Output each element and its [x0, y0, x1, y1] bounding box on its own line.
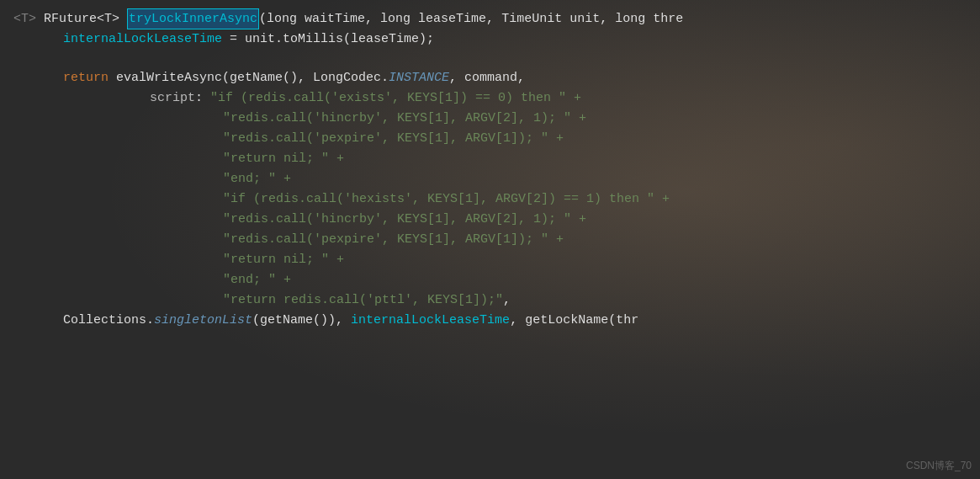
code-editor: <T> RFuture<T> tryLockInnerAsync (long w…	[0, 0, 980, 479]
code-line-7: "redis.call('pexpire', KEYS[1], ARGV[1])…	[0, 129, 980, 149]
string-line-3: "redis.call('pexpire', KEYS[1], ARGV[1])…	[223, 129, 564, 148]
field-INSTANCE: INSTANCE	[389, 68, 449, 88]
collections: Collections.	[63, 311, 154, 330]
string-line-11: "return redis.call('pttl', KEYS[1]);"	[223, 290, 503, 310]
get-lock-name: , getLockName(thr	[510, 311, 638, 330]
colon: :	[195, 88, 210, 108]
code-line-14: "end; " +	[0, 270, 980, 290]
code-line-11: "redis.call('hincrby', KEYS[1], ARGV[2],…	[0, 210, 980, 230]
code-line-12: "redis.call('pexpire', KEYS[1], ARGV[1])…	[0, 230, 980, 250]
code-line-4: return evalWriteAsync(getName(), LongCod…	[0, 68, 980, 88]
comma-command: , command,	[449, 68, 525, 88]
keyword-return: return	[63, 68, 116, 88]
empty-line-1	[0, 50, 980, 68]
getname-call: (getName()),	[252, 311, 351, 330]
method-name-highlighted: tryLockInnerAsync	[127, 8, 259, 29]
string-line-6: "if (redis.call('hexists', KEYS[1], ARGV…	[223, 189, 670, 209]
string-line-10: "end; " +	[223, 270, 291, 290]
string-line-9: "return nil; " +	[223, 250, 344, 269]
assignment: = unit.toMillis(leaseTime);	[222, 29, 434, 49]
code-line-10: "if (redis.call('hexists', KEYS[1], ARGV…	[0, 189, 980, 210]
generic-type-bracket: <T>	[13, 9, 36, 29]
var-lease-ref: internalLockLeaseTime	[351, 311, 510, 330]
code-line-2: internalLockLeaseTime = unit.toMillis(le…	[0, 29, 980, 50]
return-type: RFuture<T>	[36, 9, 127, 29]
code-line-13: "return nil; " +	[0, 250, 980, 270]
string-line-8: "redis.call('pexpire', KEYS[1], ARGV[1])…	[223, 230, 564, 249]
script-label: script	[150, 88, 195, 108]
string-line-1: "if (redis.call('exists', KEYS[1]) == 0)…	[210, 88, 581, 108]
singleton-list: singletonList	[154, 311, 252, 330]
string-line-5: "end; " +	[223, 169, 291, 189]
string-line-7: "redis.call('hincrby', KEYS[1], ARGV[2],…	[223, 210, 586, 229]
code-line-8: "return nil; " +	[0, 149, 980, 169]
watermark: CSDN博客_70	[906, 458, 972, 474]
comma-end: ,	[503, 290, 511, 310]
code-line-script: script : "if (redis.call('exists', KEYS[…	[0, 88, 980, 109]
string-line-4: "return nil; " +	[223, 149, 344, 168]
var-internalLockLeaseTime: internalLockLeaseTime	[63, 29, 222, 49]
code-line-1: <T> RFuture<T> tryLockInnerAsync (long w…	[0, 8, 980, 29]
code-line-15: "return redis.call('pttl', KEYS[1]);" ,	[0, 290, 980, 311]
method-call: evalWriteAsync(getName(), LongCodec.	[116, 68, 389, 88]
method-params: (long waitTime, long leaseTime, TimeUnit…	[259, 9, 683, 29]
code-line-6: "redis.call('hincrby', KEYS[1], ARGV[2],…	[0, 109, 980, 129]
code-line-16: Collections. singletonList (getName()), …	[0, 311, 980, 331]
code-line-9: "end; " +	[0, 169, 980, 189]
string-line-2: "redis.call('hincrby', KEYS[1], ARGV[2],…	[223, 109, 586, 128]
